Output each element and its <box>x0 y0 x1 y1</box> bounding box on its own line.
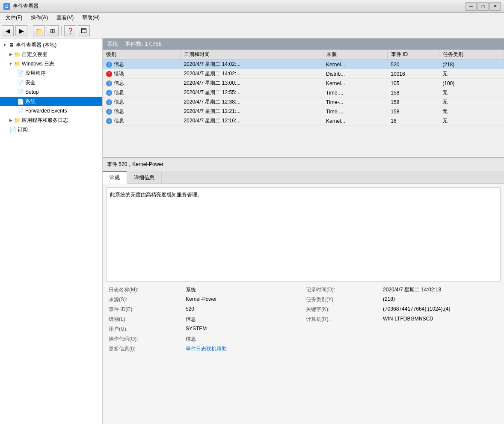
meta-label-keywords: 关键字(K): <box>303 305 380 314</box>
table-row[interactable]: i 信息 2020/4/7 星期二 12:21:... Time-... 158… <box>103 107 504 116</box>
info-icon: i <box>106 118 112 124</box>
panel-event-count: 事件数: 17,758 <box>125 40 162 48</box>
sidebar-item-setup[interactable]: 📄 Setup <box>0 87 102 97</box>
cell-eventid: 158 <box>387 107 439 116</box>
cell-level: ! 错误 <box>103 69 180 79</box>
menu-file[interactable]: 文件(F) <box>2 13 26 23</box>
level-text: 信息 <box>114 108 124 115</box>
computer-icon: 🖥 <box>8 42 15 48</box>
tree-arrow-custom[interactable]: ▶ <box>8 51 14 57</box>
description-area: 此系统的亮度由高精亮度感知服务管理。 <box>106 187 501 282</box>
cell-datetime: 2020/4/7 星期二 14:02:... <box>180 60 323 69</box>
panel-header: 系统 事件数: 17,758 <box>103 39 504 50</box>
level-cell: i 信息 <box>106 108 124 115</box>
sidebar[interactable]: ▼ 🖥 事件查看器 (本地) ▶ 📁 自定义视图 ▼ 📁 Windows 日志 … <box>0 39 103 424</box>
meta-value-level: 信息 <box>183 314 303 324</box>
cell-eventid: 10016 <box>387 69 439 79</box>
menu-help[interactable]: 帮助(H) <box>78 13 104 23</box>
level-text: 信息 <box>114 89 124 96</box>
doc-icon-security: 📄 <box>17 79 24 86</box>
menu-action[interactable]: 操作(A) <box>27 13 52 23</box>
detail-content: 此系统的亮度由高精亮度感知服务管理。 日志名称(M): 系统 记录时间(D): … <box>103 184 504 424</box>
tab-general[interactable]: 常规 <box>103 171 127 184</box>
cell-task: 无 <box>439 98 504 107</box>
meta-value-taskcategory: (218) <box>380 295 501 305</box>
table-row[interactable]: i 信息 2020/4/7 星期二 14:02:... Kernel... 52… <box>103 60 504 69</box>
help-button[interactable]: ❓ <box>64 25 76 36</box>
cell-eventid: 158 <box>387 98 439 107</box>
title-bar: 🗋 事件查看器 ─ □ ✕ <box>0 0 504 13</box>
table-row[interactable]: i 信息 2020/4/7 星期二 12:16:... Kernel... 16… <box>103 116 504 126</box>
window-button[interactable]: 🗖 <box>78 25 90 36</box>
meta-label-empty2 <box>303 334 380 344</box>
sidebar-item-appservices[interactable]: ▶ 📁 应用程序和服务日志 <box>0 116 102 125</box>
back-button[interactable]: ◀ <box>2 25 14 36</box>
app-icon: 🗋 <box>3 3 10 10</box>
meta-value-source: Kernel-Power <box>183 295 303 305</box>
cell-level: i 信息 <box>103 79 180 88</box>
tab-detail[interactable]: 详细信息 <box>127 171 162 184</box>
tabs-bar[interactable]: 常规 详细信息 <box>103 171 504 184</box>
table-row[interactable]: i 信息 2020/4/7 星期二 12:55:... Time-... 158… <box>103 88 504 98</box>
cell-eventid: 158 <box>387 88 439 98</box>
cell-eventid: 105 <box>387 79 439 88</box>
sidebar-item-system[interactable]: 📄 系统 <box>0 97 102 106</box>
cell-task: 无 <box>439 107 504 116</box>
meta-label-moreinfo: 更多信息(I): <box>106 344 183 354</box>
meta-label-opcode: 操作代码(O): <box>106 334 183 344</box>
info-icon: i <box>106 90 112 96</box>
tree-arrow-appservices[interactable]: ▶ <box>8 117 14 123</box>
sidebar-item-security[interactable]: 📄 安全 <box>0 78 102 87</box>
window-controls[interactable]: ─ □ ✕ <box>465 2 501 11</box>
col-datetime: 日期和时间 <box>180 50 323 60</box>
sidebar-item-subscriptions[interactable]: 📄 订阅 <box>0 125 102 134</box>
sidebar-item-custom[interactable]: ▶ 📁 自定义视图 <box>0 50 102 59</box>
cell-source: Time-... <box>323 107 387 116</box>
cell-datetime: 2020/4/7 星期二 12:38:... <box>180 98 323 107</box>
col-eventid: 事件 ID <box>387 50 439 60</box>
forward-button[interactable]: ▶ <box>15 25 27 36</box>
col-task: 任务类别 <box>439 50 504 60</box>
meta-value-eventid: 520 <box>183 305 303 314</box>
meta-value-opcode: 信息 <box>183 334 303 344</box>
table-row[interactable]: i 信息 2020/4/7 星期二 13:00:... Kernel... 10… <box>103 79 504 88</box>
meta-value-keywords: (70368744177664),(1024),(4) <box>380 305 501 314</box>
info-icon: i <box>106 99 112 105</box>
minimize-button[interactable]: ─ <box>465 2 477 11</box>
info-icon: i <box>106 109 112 115</box>
table-row[interactable]: ! 错误 2020/4/7 星期二 14:02:... Distrib... 1… <box>103 69 504 79</box>
tree-arrow-winlogs[interactable]: ▼ <box>8 61 14 67</box>
properties-button[interactable]: ⊞ <box>47 25 59 36</box>
app-title: 事件查看器 <box>13 3 39 10</box>
meta-value-empty3 <box>380 344 501 354</box>
meta-label-source: 来源(S): <box>106 295 183 305</box>
meta-label-taskcategory: 任务类别(Y): <box>303 295 380 305</box>
sidebar-item-forwarded[interactable]: 📄 Forwarded Events <box>0 106 102 116</box>
sidebar-item-winlogs[interactable]: ▼ 📁 Windows 日志 <box>0 59 102 68</box>
menu-view[interactable]: 查看(V) <box>53 13 77 23</box>
doc-icon-app: 📄 <box>17 70 24 77</box>
doc-icon-setup: 📄 <box>17 89 24 95</box>
maximize-button[interactable]: □ <box>477 2 489 11</box>
event-table-wrapper[interactable]: 级别 日期和时间 来源 事件 ID 任务类别 i 信息 2020/4/7 星期二 <box>103 50 504 157</box>
close-button[interactable]: ✕ <box>489 2 501 11</box>
error-icon: ! <box>106 71 112 77</box>
toolbar: ◀ ▶ 📁 ⊞ ❓ 🗖 <box>0 23 504 39</box>
doc-icon-forwarded: 📄 <box>17 107 24 114</box>
sidebar-item-local[interactable]: ▼ 🖥 事件查看器 (本地) <box>0 40 102 50</box>
cell-source: Kernel... <box>323 116 387 126</box>
meta-grid: 日志名称(M): 系统 记录时间(D): 2020/4/7 星期二 14:02:… <box>106 285 501 354</box>
cell-task: 无 <box>439 88 504 98</box>
event-table: 级别 日期和时间 来源 事件 ID 任务类别 i 信息 2020/4/7 星期二 <box>103 50 504 126</box>
tree-arrow-local[interactable]: ▼ <box>2 42 8 48</box>
meta-value-moreinfo[interactable]: 事件日志联机帮助 <box>183 344 303 354</box>
sidebar-label-winlogs: Windows 日志 <box>22 60 54 68</box>
cell-level: i 信息 <box>103 60 180 69</box>
info-icon: i <box>106 62 112 68</box>
table-row[interactable]: i 信息 2020/4/7 星期二 12:38:... Time-... 158… <box>103 98 504 107</box>
cell-datetime: 2020/4/7 星期二 13:00:... <box>180 79 323 88</box>
sidebar-item-app[interactable]: 📄 应用程序 <box>0 68 102 78</box>
folder-button[interactable]: 📁 <box>33 25 45 36</box>
detail-title: 事件 520，Kernel-Power <box>107 161 163 167</box>
meta-label-logname: 日志名称(M): <box>106 285 183 295</box>
